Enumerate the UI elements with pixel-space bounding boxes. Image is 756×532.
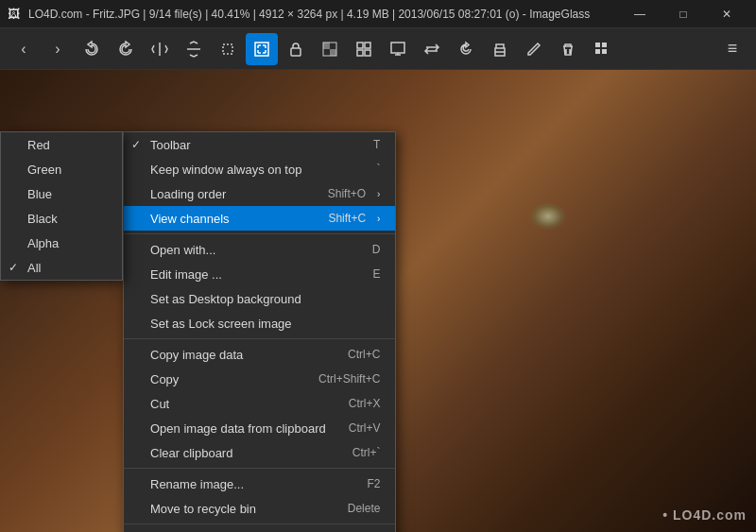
svg-rect-13: [602, 43, 607, 47]
toolbar-label: Toolbar: [150, 138, 191, 152]
grid-button[interactable]: [586, 33, 618, 65]
menu-keep-on-top[interactable]: Keep window always on top `: [124, 157, 395, 181]
maximize-button[interactable]: □: [662, 0, 705, 28]
set-desktop-label: Set as Desktop background: [150, 292, 301, 306]
svg-rect-6: [357, 43, 363, 48]
channel-red[interactable]: Red: [1, 132, 122, 157]
menu-cut[interactable]: Cut Ctrl+X: [124, 391, 395, 416]
menu-clear-clipboard[interactable]: Clear clipboard Ctrl+`: [124, 440, 395, 465]
rename-label: Rename image...: [150, 477, 244, 491]
keep-on-top-shortcut: `: [376, 163, 380, 176]
menu-recycle[interactable]: Move to recycle bin Delete: [124, 496, 395, 521]
svg-rect-12: [595, 43, 600, 47]
flip-h-button[interactable]: [144, 33, 176, 65]
zoom-fit-button[interactable]: [246, 33, 278, 65]
edit-image-shortcut: E: [372, 267, 380, 281]
open-with-label: Open with...: [150, 243, 215, 257]
open-from-clipboard-shortcut: Ctrl+V: [349, 421, 381, 435]
menu-view-channels[interactable]: View channels Shift+C ›: [124, 206, 395, 231]
prev-button[interactable]: ‹: [8, 33, 40, 65]
channel-alpha[interactable]: Alpha: [1, 231, 122, 255]
svg-rect-14: [595, 49, 600, 54]
svg-rect-5: [330, 49, 336, 56]
black-label: Black: [27, 212, 58, 226]
toolbar: ‹ › ≡: [0, 28, 756, 70]
toolbar-checkmark: ✓: [131, 138, 141, 151]
menu-set-lock[interactable]: Set as Lock screen image: [124, 311, 395, 335]
svg-rect-2: [291, 48, 301, 56]
loading-order-shortcut: Shift+O: [328, 187, 366, 200]
title-bar-left: 🖼 LO4D.com - Fritz.JPG | 9/14 file(s) | …: [8, 7, 590, 22]
copy-data-shortcut: Ctrl+C: [348, 348, 380, 361]
next-button[interactable]: ›: [42, 33, 74, 65]
watermark: • LO4D.com: [662, 507, 747, 523]
channel-submenu: Red Green Blue Black Alpha ✓ All: [0, 131, 123, 281]
menu-loading-order[interactable]: Loading order Shift+O ›: [124, 181, 395, 206]
recycle-shortcut: Delete: [348, 502, 381, 515]
refresh-button[interactable]: [450, 33, 482, 65]
recycle-label: Move to recycle bin: [150, 502, 256, 516]
title-bar-title: LO4D.com - Fritz.JPG | 9/14 file(s) | 40…: [28, 8, 590, 21]
view-channels-shortcut: Shift+C: [328, 212, 366, 225]
flip-v-button[interactable]: [178, 33, 210, 65]
title-bar: 🖼 LO4D.com - Fritz.JPG | 9/14 file(s) | …: [0, 0, 756, 28]
menu-button[interactable]: ≡: [716, 33, 748, 65]
svg-rect-10: [391, 43, 404, 53]
delete-button[interactable]: [552, 33, 584, 65]
menu-copy-path[interactable]: Copy image path Ctrl+L: [124, 527, 395, 532]
keep-on-top-label: Keep window always on top: [150, 163, 301, 177]
svg-rect-8: [357, 50, 363, 56]
view-channels-arrow: ›: [377, 214, 380, 224]
set-lock-label: Set as Lock screen image: [150, 317, 292, 331]
slideshow-button[interactable]: [382, 33, 414, 65]
channel-blue[interactable]: Blue: [1, 181, 122, 206]
menu-copy[interactable]: Copy Ctrl+Shift+C: [124, 367, 395, 391]
sep-2: [124, 338, 395, 339]
menu-rename[interactable]: Rename image... F2: [124, 472, 395, 496]
edit-image-label: Edit image ...: [150, 267, 222, 282]
menu-open-from-clipboard[interactable]: Open image data from clipboard Ctrl+V: [124, 416, 395, 440]
rotate-right-button[interactable]: [110, 33, 142, 65]
convert-button[interactable]: [416, 33, 448, 65]
red-label: Red: [27, 138, 50, 152]
minimize-button[interactable]: —: [618, 0, 662, 28]
menu-edit-image[interactable]: Edit image ... E: [124, 262, 395, 286]
close-button[interactable]: ✕: [705, 0, 748, 28]
clear-clipboard-label: Clear clipboard: [150, 446, 232, 460]
sep-1: [124, 233, 395, 234]
svg-rect-4: [323, 43, 330, 49]
edit-button[interactable]: [518, 33, 550, 65]
open-with-shortcut: D: [372, 243, 381, 256]
svg-rect-7: [365, 43, 370, 48]
crop-button[interactable]: [212, 33, 244, 65]
green-label: Green: [27, 163, 61, 177]
checkerboard-button[interactable]: [314, 33, 346, 65]
channel-all[interactable]: ✓ All: [1, 255, 122, 280]
lock-button[interactable]: [280, 33, 312, 65]
alpha-label: Alpha: [27, 236, 59, 250]
svg-rect-1: [255, 43, 268, 56]
loading-order-arrow: ›: [377, 189, 380, 199]
toolbar-shortcut: T: [373, 138, 380, 151]
channel-black[interactable]: Black: [1, 206, 122, 231]
loading-order-label: Loading order: [150, 187, 226, 201]
menu-copy-data[interactable]: Copy image data Ctrl+C: [124, 342, 395, 367]
svg-rect-15: [602, 49, 607, 54]
svg-rect-11: [495, 52, 505, 56]
menu-toolbar[interactable]: ✓ Toolbar T: [124, 132, 395, 157]
cut-label: Cut: [150, 397, 169, 411]
channel-green[interactable]: Green: [1, 157, 122, 181]
cat-highlight: [529, 202, 567, 231]
menu-set-desktop[interactable]: Set as Desktop background: [124, 286, 395, 311]
open-from-clipboard-label: Open image data from clipboard: [150, 421, 326, 436]
copy-label: Copy: [150, 372, 179, 386]
rotate-left-button[interactable]: [76, 33, 108, 65]
menu-open-with[interactable]: Open with... D: [124, 237, 395, 262]
print-button[interactable]: [484, 33, 516, 65]
svg-rect-9: [365, 50, 370, 56]
thumbnail-button[interactable]: [348, 33, 380, 65]
all-checkmark: ✓: [9, 261, 18, 274]
context-menu: ✓ Toolbar T Keep window always on top ` …: [123, 131, 396, 532]
all-label: All: [27, 261, 41, 275]
main-content: • LO4D.com Red Green Blue Black Alpha ✓ …: [0, 70, 756, 532]
